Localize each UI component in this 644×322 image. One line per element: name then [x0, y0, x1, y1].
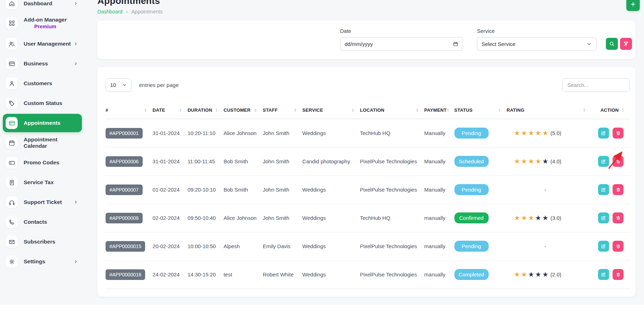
service-select[interactable]: Select Service: [477, 37, 596, 51]
column-header-customer[interactable]: CUSTOMER▲▼: [223, 103, 263, 119]
sort-icon: ▲▼: [179, 108, 182, 112]
add-appointment-button[interactable]: +: [626, 0, 640, 11]
cell-date: 31-01-2024: [153, 119, 187, 147]
cell-duration: 10:00-10:50: [187, 232, 223, 260]
edit-pencil-icon: [601, 187, 606, 193]
trash-icon: [615, 130, 621, 136]
sort-icon: ▲▼: [144, 108, 147, 112]
delete-button[interactable]: [613, 269, 624, 280]
table-header-row: #▲▼ DATE▲▼ DURATION▲▼ CUSTOMER▲▼ STAFF▲▼…: [106, 103, 630, 119]
sidebar-item-user-management[interactable]: User Management: [3, 34, 82, 54]
edit-button[interactable]: [598, 156, 609, 167]
edit-button[interactable]: [598, 241, 609, 252]
sidebar-item-settings[interactable]: Settings: [3, 252, 82, 271]
breadcrumb: Dashboard › Appointments: [97, 8, 636, 14]
rating-value: (4.0): [550, 158, 561, 164]
column-header-duration[interactable]: DURATION▲▼: [187, 103, 223, 119]
sidebar-item-label: Subscribers: [24, 239, 55, 245]
column-header-date[interactable]: DATE▲▼: [153, 103, 187, 119]
edit-pencil-icon: [601, 244, 606, 249]
sidebar-item-label: Promo Codes: [24, 159, 59, 166]
cell-action: [591, 147, 630, 176]
delete-button[interactable]: [613, 184, 624, 195]
clear-filter-icon: [623, 41, 629, 47]
page-size-select[interactable]: 10: [106, 78, 131, 92]
sidebar-item-promo-codes[interactable]: Promo Codes: [3, 153, 82, 172]
grid-icon: [6, 17, 18, 29]
chevron-right-icon: [73, 61, 78, 66]
cell-customer: Bob Smith: [223, 176, 263, 204]
table-search-input[interactable]: [562, 78, 630, 92]
sidebar-item-custom-status[interactable]: Custom Status: [3, 93, 82, 113]
rating-stars: ★★★★★(4.0): [514, 158, 561, 165]
star-icon: ★: [528, 271, 534, 278]
edit-button[interactable]: [598, 269, 609, 280]
filter-reset-button[interactable]: [620, 38, 632, 50]
page-title: Appointments: [97, 0, 636, 6]
date-input[interactable]: dd/mm/yyyy: [340, 37, 463, 51]
sidebar-item-support-ticket[interactable]: Support Ticket: [3, 192, 82, 212]
cell-location: PixelPulse Technologies: [360, 232, 424, 260]
sidebar-item-contacts[interactable]: Contacts: [3, 212, 82, 232]
delete-button[interactable]: [613, 128, 624, 139]
sort-icon: ▲▼: [447, 108, 449, 112]
gear-icon: [6, 256, 18, 268]
chevron-right-icon: [73, 1, 78, 6]
status-badge: Completed: [454, 269, 489, 280]
column-header-action[interactable]: ACTION▲▼: [591, 103, 630, 119]
star-icon: ★: [535, 158, 541, 165]
table-row: #APP000006 31-01-2024 11:00-11:45 Bob Sm…: [106, 147, 630, 176]
sidebar-item-appointments[interactable]: Appointments: [3, 114, 82, 132]
trash-icon: [615, 187, 621, 193]
sort-icon: ▲▼: [498, 108, 501, 112]
filter-search-button[interactable]: [606, 38, 618, 50]
sidebar-item-customers[interactable]: Customers: [3, 74, 82, 93]
sidebar-item-label: Appointment Calendar: [24, 136, 82, 149]
sidebar-item-service-tax[interactable]: Service Tax: [3, 172, 82, 192]
plus-icon: +: [631, 0, 635, 8]
edit-button[interactable]: [598, 212, 609, 223]
star-icon: ★: [542, 130, 548, 136]
breadcrumb-dashboard-link[interactable]: Dashboard: [97, 9, 123, 14]
appointment-id-badge: #APP000001: [106, 128, 143, 139]
rating-value: (3.0): [550, 215, 561, 221]
sort-icon: ▲▼: [621, 108, 624, 112]
table-row: #APP000007 01-02-2024 09:20-10:10 Bob Sm…: [106, 176, 630, 204]
edit-pencil-icon: [601, 159, 606, 164]
premium-badge: Premium: [34, 24, 56, 29]
column-header-status[interactable]: STATUS▲▼: [454, 103, 507, 119]
chevron-right-icon: [73, 259, 78, 264]
cell-staff: John Smith: [263, 147, 302, 176]
mail-icon: [6, 236, 18, 248]
cell-rating: -: [507, 232, 591, 260]
star-icon: ★: [528, 130, 534, 136]
cell-action: [591, 119, 630, 147]
column-header-rating[interactable]: RATING▲▼: [507, 103, 591, 119]
column-header-id[interactable]: #▲▼: [106, 103, 153, 119]
cell-service: Candid photography: [302, 147, 360, 176]
edit-button[interactable]: [598, 128, 609, 139]
sidebar-item-business[interactable]: Business: [3, 54, 82, 74]
users-icon: [6, 38, 18, 50]
cell-service: Weddings: [302, 176, 360, 204]
column-header-staff[interactable]: STAFF▲▼: [263, 103, 302, 119]
phone-icon: [6, 216, 18, 228]
chevron-down-icon: [586, 41, 592, 47]
column-header-service[interactable]: SERVICE▲▼: [302, 103, 360, 119]
sidebar-item-addon-manager[interactable]: Add-on Manager Premium: [3, 12, 82, 34]
status-badge: Pending: [454, 184, 489, 195]
home-icon: [6, 0, 18, 10]
delete-button[interactable]: [613, 241, 624, 252]
star-icon: ★: [521, 271, 527, 278]
delete-button[interactable]: [613, 156, 624, 167]
delete-button[interactable]: [613, 212, 624, 223]
sidebar-item-appointment-calendar[interactable]: Appointment Calendar: [3, 133, 82, 153]
star-icon: ★: [528, 158, 534, 165]
sidebar-item-subscribers[interactable]: Subscribers: [3, 232, 82, 252]
sidebar-item-label: User Management: [24, 41, 71, 47]
column-header-payment[interactable]: PAYMENT▲▼: [424, 103, 454, 119]
edit-button[interactable]: [598, 184, 609, 195]
sidebar-item-dashboard[interactable]: Dashboard: [3, 0, 82, 12]
appointment-id-badge: #APP0000015: [106, 241, 145, 252]
column-header-location[interactable]: LOCATION▲▼: [360, 103, 424, 119]
